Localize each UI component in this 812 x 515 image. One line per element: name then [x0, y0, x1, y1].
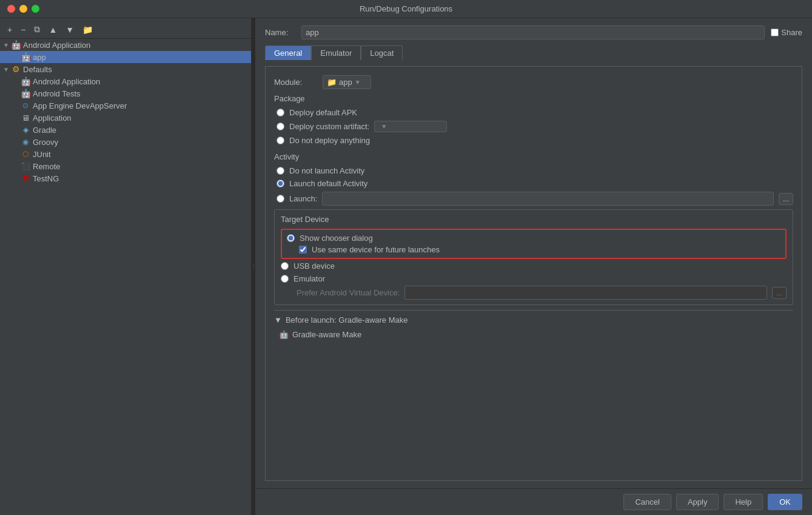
- sidebar-item-defaults[interactable]: ▼ ⚙ Defaults: [0, 63, 251, 75]
- prefer-avd-label: Prefer Android Virtual Device:: [297, 288, 400, 297]
- launch-activity-input[interactable]: [322, 192, 774, 206]
- emulator-label[interactable]: Emulator: [294, 274, 325, 283]
- radio-launch-default[interactable]: Launch default Activity: [277, 179, 793, 188]
- sidebar-item-testng[interactable]: ◩ TestNG: [0, 172, 251, 184]
- activity-radio-group: Do not launch Activity Launch default Ac…: [274, 166, 793, 206]
- no-launch-radio[interactable]: [277, 167, 284, 175]
- use-same-device-label[interactable]: Use same device for future launches: [312, 245, 440, 254]
- radio-deploy-default[interactable]: Deploy default APK: [277, 108, 793, 117]
- module-icon: 📁: [327, 78, 337, 87]
- module-row: Module: 📁 app ▼: [274, 75, 793, 89]
- launch-custom-label[interactable]: Launch:: [289, 194, 317, 203]
- radio-show-chooser[interactable]: Show chooser dialog: [287, 234, 780, 243]
- tab-logcat[interactable]: Logcat: [361, 45, 403, 60]
- deploy-custom-dropdown[interactable]: ▼: [374, 121, 447, 132]
- show-chooser-label[interactable]: Show chooser dialog: [300, 234, 373, 243]
- android-icon: 🤖: [21, 52, 30, 62]
- expand-arrow: ▼: [2, 66, 10, 73]
- gradle-make-label: Gradle-aware Make: [292, 330, 361, 339]
- tab-emulator[interactable]: Emulator: [311, 45, 361, 60]
- junit-icon: ⬡: [21, 149, 30, 159]
- share-check: Share: [771, 28, 802, 37]
- prefer-avd-input[interactable]: [404, 286, 767, 300]
- dropdown-arrow: ▼: [381, 123, 387, 130]
- sidebar-item-remote[interactable]: ⬛ Remote: [0, 160, 251, 172]
- remove-config-button[interactable]: −: [18, 24, 28, 36]
- chooser-highlight-box: Show chooser dialog Use same device for …: [281, 229, 787, 259]
- before-launch-arrow: ▼: [274, 315, 282, 325]
- copy-config-button[interactable]: ⧉: [32, 23, 42, 36]
- spacer: [12, 150, 19, 158]
- radio-usb-device[interactable]: USB device: [281, 261, 787, 271]
- radio-emulator[interactable]: Emulator: [281, 274, 787, 283]
- remote-icon: ⬛: [21, 161, 30, 171]
- no-launch-label[interactable]: Do not launch Activity: [289, 166, 364, 175]
- launch-browse-button[interactable]: ...: [779, 193, 793, 205]
- move-up-button[interactable]: ▲: [46, 24, 59, 36]
- spacer: [12, 102, 19, 109]
- sidebar-item-app[interactable]: 🤖 app: [0, 51, 251, 63]
- use-same-device-row: Use same device for future launches: [287, 245, 780, 254]
- show-chooser-radio[interactable]: [287, 234, 295, 242]
- deploy-custom-radio[interactable]: [277, 123, 284, 130]
- testng-icon: ◩: [21, 173, 30, 183]
- deploy-default-radio[interactable]: [277, 109, 284, 116]
- sidebar-toolbar: + − ⧉ ▲ ▼ 📁: [0, 21, 251, 39]
- usb-device-label[interactable]: USB device: [294, 261, 335, 271]
- emulator-radio[interactable]: [281, 275, 289, 283]
- radio-launch-custom[interactable]: Launch: ...: [277, 192, 793, 206]
- window-title: Run/Debug Configurations: [360, 4, 452, 13]
- minimize-button[interactable]: [19, 5, 27, 13]
- application-icon: 🖥: [21, 113, 30, 123]
- usb-device-radio[interactable]: [281, 262, 289, 270]
- window-controls[interactable]: [7, 5, 39, 13]
- cancel-button[interactable]: Cancel: [623, 494, 671, 510]
- deploy-custom-label[interactable]: Deploy custom artifact:: [289, 122, 369, 131]
- share-checkbox[interactable]: [771, 29, 779, 36]
- android-icon: 🤖: [21, 89, 30, 98]
- sidebar-item-groovy[interactable]: ◉ Groovy: [0, 136, 251, 148]
- prefer-avd-browse-button[interactable]: ...: [772, 287, 787, 299]
- sidebar-item-app-engine[interactable]: ⊙ App Engine DevAppServer: [0, 99, 251, 112]
- before-launch-label: Before launch: Gradle-aware Make: [286, 315, 408, 325]
- launch-custom-radio[interactable]: [277, 195, 284, 203]
- share-label[interactable]: Share: [781, 28, 802, 37]
- move-down-button[interactable]: ▼: [63, 24, 76, 36]
- radio-no-launch[interactable]: Do not launch Activity: [277, 166, 793, 175]
- sidebar-item-android-app-root[interactable]: ▼ 🤖 Android Application: [0, 39, 251, 51]
- help-button[interactable]: Help: [723, 494, 763, 510]
- before-launch-header: ▼ Before launch: Gradle-aware Make: [274, 315, 793, 325]
- spacer: [12, 163, 19, 170]
- tab-general[interactable]: General: [265, 45, 311, 60]
- deploy-default-label[interactable]: Deploy default APK: [289, 108, 357, 117]
- name-input[interactable]: [301, 25, 765, 39]
- tabs: General Emulator Logcat: [265, 45, 802, 60]
- sidebar: + − ⧉ ▲ ▼ 📁 ▼ 🤖 Android Application 🤖 ap…: [0, 18, 252, 515]
- sidebar-item-junit[interactable]: ⬡ JUnit: [0, 148, 251, 160]
- close-button[interactable]: [7, 5, 15, 13]
- deploy-nothing-radio[interactable]: [277, 136, 284, 144]
- name-label: Name:: [265, 28, 295, 37]
- launch-default-label[interactable]: Launch default Activity: [289, 179, 367, 188]
- target-device-section: Target Device Show chooser dialog Use sa…: [274, 209, 793, 305]
- sidebar-item-android-application[interactable]: 🤖 Android Application: [0, 75, 251, 87]
- module-dropdown[interactable]: 📁 app ▼: [323, 75, 371, 89]
- titlebar: Run/Debug Configurations: [0, 0, 812, 18]
- ok-button[interactable]: OK: [768, 494, 802, 510]
- add-config-button[interactable]: +: [5, 24, 15, 36]
- launch-default-radio[interactable]: [277, 180, 284, 187]
- folder-button[interactable]: 📁: [80, 24, 95, 36]
- gradle-make-item: 🤖 Gradle-aware Make: [274, 328, 793, 341]
- bottom-bar: Cancel Apply Help OK: [255, 488, 812, 515]
- radio-deploy-nothing[interactable]: Do not deploy anything: [277, 136, 793, 145]
- sidebar-item-application[interactable]: 🖥 Application: [0, 112, 251, 124]
- use-same-device-checkbox[interactable]: [299, 246, 307, 254]
- deploy-nothing-label[interactable]: Do not deploy anything: [289, 136, 370, 145]
- target-device-title: Target Device: [281, 215, 787, 224]
- radio-deploy-custom[interactable]: Deploy custom artifact: ▼: [277, 121, 793, 132]
- maximize-button[interactable]: [32, 5, 39, 13]
- sidebar-item-gradle[interactable]: ◈ Gradle: [0, 124, 251, 136]
- module-label: Module:: [274, 78, 317, 87]
- apply-button[interactable]: Apply: [676, 494, 719, 510]
- sidebar-item-android-tests[interactable]: 🤖 Android Tests: [0, 87, 251, 99]
